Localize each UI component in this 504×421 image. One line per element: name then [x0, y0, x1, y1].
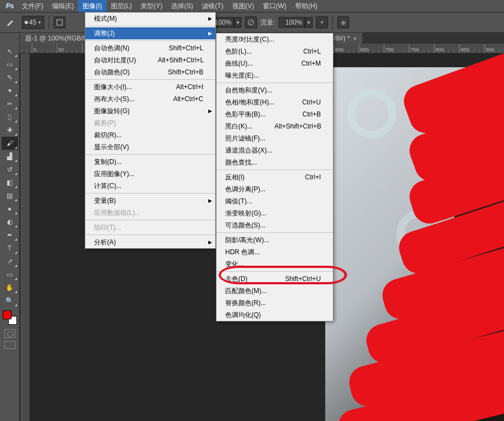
menu-image-dropdown: 模式(M)▶调整(J)▶自动色调(N)Shift+Ctrl+L自动对比度(U)A…: [85, 12, 216, 249]
path-select-tool[interactable]: ↗: [2, 255, 18, 268]
menu-item[interactable]: 反相(I)Ctrl+I: [216, 171, 333, 183]
submenu-arrow-icon: ▶: [208, 31, 212, 36]
menu-item[interactable]: 曝光度(E)...: [216, 69, 333, 81]
menu-item[interactable]: 画布大小(S)...Alt+Ctrl+C: [85, 93, 215, 105]
menu-item[interactable]: 照片滤镜(F)...: [216, 132, 333, 144]
close-icon[interactable]: ×: [353, 35, 357, 43]
menu-item[interactable]: HDR 色调...: [216, 246, 333, 258]
tool-preset-icon[interactable]: [3, 15, 19, 30]
menu-item: 陷印(T)...: [85, 221, 215, 233]
brush-size-value: 45: [29, 19, 36, 26]
marquee-tool[interactable]: ▭: [2, 58, 18, 71]
tool-panel: ↖▭✎✦✂⌷✚🖌▟↺◧▤●◐✒T↗▭✋🔍: [0, 33, 20, 421]
hand-tool[interactable]: ✋: [2, 281, 18, 294]
menu-item[interactable]: 变化...: [216, 258, 333, 270]
menu-item[interactable]: 应用图像(Y)...: [85, 168, 215, 180]
healing-brush-tool[interactable]: ✚: [2, 124, 18, 137]
dodge-tool[interactable]: ◐: [2, 215, 18, 229]
menu-item[interactable]: 通道混合器(X)...: [216, 144, 333, 156]
menu-item[interactable]: 模式(M)▶: [85, 13, 215, 25]
menu-item[interactable]: 图像旋转(G)▶: [85, 105, 215, 117]
lasso-tool[interactable]: ✎: [2, 71, 18, 84]
menu-item[interactable]: 替换颜色(R)...: [216, 297, 333, 309]
menu-item[interactable]: 渐变映射(G)...: [216, 207, 333, 219]
type-tool[interactable]: T: [2, 242, 18, 255]
menu-item[interactable]: 色调均化(Q): [216, 309, 333, 321]
menu-item[interactable]: 自动颜色(O)Shift+Ctrl+B: [85, 66, 215, 78]
tablet-pressure-icon[interactable]: ◉: [337, 16, 349, 28]
menu-item[interactable]: 阈值(T)...: [216, 195, 333, 207]
menu-adjustments-dropdown: 亮度/对比度(C)...色阶(L)...Ctrl+L曲线(U)...Ctrl+M…: [216, 33, 333, 321]
menu-item[interactable]: 自动对比度(U)Alt+Shift+Ctrl+L: [85, 54, 215, 66]
shape-tool[interactable]: ▭: [2, 268, 18, 281]
flow-label: 流量:: [260, 18, 275, 27]
move-tool[interactable]: ↖: [2, 45, 18, 58]
quickmask-toggle[interactable]: [4, 329, 15, 338]
ruler-tick: 0: [32, 44, 36, 54]
submenu-arrow-icon: ▶: [208, 239, 212, 245]
pen-tool[interactable]: ✒: [2, 229, 18, 242]
document-tab[interactable]: 题-1 @ 100%(RGB/8): [20, 33, 95, 44]
menu-item[interactable]: 自然饱和度(V)...: [216, 84, 333, 96]
history-brush-tool[interactable]: ↺: [2, 163, 18, 176]
crop-tool[interactable]: ✂: [2, 97, 18, 110]
ruler-tick: 50: [57, 44, 64, 54]
menu-4[interactable]: 类型(Y): [136, 0, 167, 12]
menu-item[interactable]: 亮度/对比度(C)...: [216, 33, 333, 45]
menu-item[interactable]: 图像大小(I)...Alt+Ctrl+I: [85, 81, 215, 93]
menu-item[interactable]: 可选颜色(S)...: [216, 219, 333, 231]
eyedropper-tool[interactable]: ⌷: [2, 110, 18, 124]
menu-1[interactable]: 编辑(E): [48, 0, 78, 12]
menu-item[interactable]: 裁切(R)...: [85, 129, 215, 141]
menu-item: 应用数据组(L)...: [85, 207, 215, 219]
menu-8[interactable]: 窗口(W): [259, 0, 291, 12]
menu-item[interactable]: 去色(D)Shift+Ctrl+U: [216, 273, 333, 285]
flow-field[interactable]: 100%: [279, 17, 305, 28]
menubar: Ps 文件(F)编辑(E)图像(I)图层(L)类型(Y)选择(S)滤镜(T)视图…: [0, 0, 504, 12]
menu-5[interactable]: 选择(S): [167, 0, 197, 12]
menu-item[interactable]: 调整(J)▶: [85, 27, 215, 39]
menu-item: 裁剪(P): [85, 117, 215, 129]
document-image: [325, 67, 504, 421]
blur-tool[interactable]: ●: [2, 202, 18, 215]
svg-rect-0: [57, 20, 62, 25]
build-up-icon[interactable]: ✦: [316, 16, 328, 28]
menu-item[interactable]: 曲线(U)...Ctrl+M: [216, 57, 333, 69]
menu-item[interactable]: 色调分离(P)...: [216, 183, 333, 195]
airbrush-toggle-icon[interactable]: [245, 16, 257, 28]
menu-6[interactable]: 滤镜(T): [197, 0, 227, 12]
brush-panel-toggle-icon[interactable]: [54, 16, 66, 28]
wand-tool[interactable]: ✦: [2, 84, 18, 97]
menu-item[interactable]: 复制(D)...: [85, 156, 215, 168]
menu-item[interactable]: 自动色调(N)Shift+Ctrl+L: [85, 42, 215, 54]
menu-2[interactable]: 图像(I): [78, 0, 106, 12]
menu-item[interactable]: 匹配颜色(M)...: [216, 285, 333, 297]
brush-tool[interactable]: 🖌: [2, 137, 18, 150]
menu-item[interactable]: 阴影/高光(W)...: [216, 234, 333, 246]
menu-9[interactable]: 帮助(H): [291, 0, 322, 12]
submenu-arrow-icon: ▶: [208, 16, 212, 21]
menu-item[interactable]: 黑白(K)...Alt+Shift+Ctrl+B: [216, 120, 333, 132]
gradient-tool[interactable]: ▤: [2, 189, 18, 202]
menu-item[interactable]: 变量(B)▶: [85, 195, 215, 207]
zoom-dropdown[interactable]: ▼: [234, 17, 242, 28]
eraser-tool[interactable]: ◧: [2, 176, 18, 189]
menu-7[interactable]: 视图(V): [228, 0, 259, 12]
menu-item[interactable]: 颜色查找...: [216, 156, 333, 168]
menu-item[interactable]: 显示全部(V): [85, 141, 215, 153]
menu-item[interactable]: 色阶(L)...Ctrl+L: [216, 45, 333, 57]
menu-0[interactable]: 文件(F): [17, 0, 48, 12]
menu-item[interactable]: 分析(A)▶: [85, 236, 215, 248]
color-swatches[interactable]: [2, 309, 18, 326]
brush-size-chip[interactable]: 45 ▼: [22, 16, 44, 29]
vertical-ruler: [20, 54, 30, 421]
menu-item[interactable]: 色相/饱和度(H)...Ctrl+U: [216, 96, 333, 108]
app-logo: Ps: [2, 1, 17, 11]
menu-item[interactable]: 计算(C)...: [85, 180, 215, 192]
zoom-tool[interactable]: 🔍: [2, 294, 18, 307]
flow-dropdown[interactable]: ▼: [305, 17, 313, 28]
stamp-tool[interactable]: ▟: [2, 150, 18, 163]
screenmode-toggle[interactable]: [4, 341, 15, 349]
menu-3[interactable]: 图层(L): [107, 0, 137, 12]
menu-item[interactable]: 色彩平衡(B)...Ctrl+B: [216, 108, 333, 120]
